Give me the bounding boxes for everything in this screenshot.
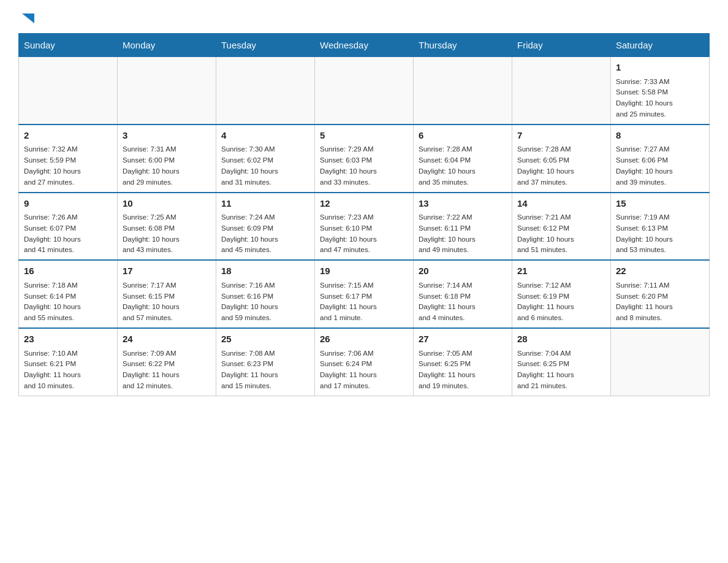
page-header <box>18 12 710 27</box>
calendar-day-cell: 12Sunrise: 7:23 AM Sunset: 6:10 PM Dayli… <box>315 193 414 261</box>
day-info: Sunrise: 7:29 AM Sunset: 6:03 PM Dayligh… <box>320 144 408 188</box>
day-number: 3 <box>123 129 211 143</box>
day-number: 16 <box>24 264 112 278</box>
calendar-day-cell: 1Sunrise: 7:33 AM Sunset: 5:58 PM Daylig… <box>611 57 710 124</box>
day-info: Sunrise: 7:31 AM Sunset: 6:00 PM Dayligh… <box>123 144 211 188</box>
day-number: 12 <box>320 197 408 211</box>
calendar-day-cell <box>19 57 118 124</box>
day-number: 8 <box>616 129 704 143</box>
day-number: 10 <box>123 197 211 211</box>
calendar-day-cell: 26Sunrise: 7:06 AM Sunset: 6:24 PM Dayli… <box>315 328 414 396</box>
day-info: Sunrise: 7:22 AM Sunset: 6:11 PM Dayligh… <box>419 212 507 256</box>
day-number: 19 <box>320 264 408 278</box>
calendar-day-cell: 18Sunrise: 7:16 AM Sunset: 6:16 PM Dayli… <box>216 260 315 328</box>
calendar-day-cell: 21Sunrise: 7:12 AM Sunset: 6:19 PM Dayli… <box>512 260 611 328</box>
day-number: 1 <box>616 61 704 75</box>
day-number: 20 <box>419 264 507 278</box>
calendar-day-cell <box>315 57 414 124</box>
calendar-day-cell: 13Sunrise: 7:22 AM Sunset: 6:11 PM Dayli… <box>414 193 512 261</box>
day-number: 15 <box>616 197 704 211</box>
day-number: 13 <box>419 197 507 211</box>
day-info: Sunrise: 7:30 AM Sunset: 6:02 PM Dayligh… <box>221 144 309 188</box>
day-info: Sunrise: 7:28 AM Sunset: 6:05 PM Dayligh… <box>517 144 605 188</box>
weekday-header-saturday: Saturday <box>611 34 710 57</box>
day-info: Sunrise: 7:10 AM Sunset: 6:21 PM Dayligh… <box>24 348 112 392</box>
day-number: 7 <box>517 129 605 143</box>
calendar-week-row: 16Sunrise: 7:18 AM Sunset: 6:14 PM Dayli… <box>19 260 710 328</box>
day-info: Sunrise: 7:33 AM Sunset: 5:58 PM Dayligh… <box>616 77 704 120</box>
day-info: Sunrise: 7:08 AM Sunset: 6:23 PM Dayligh… <box>221 348 309 392</box>
logo <box>18 12 37 27</box>
calendar-day-cell: 25Sunrise: 7:08 AM Sunset: 6:23 PM Dayli… <box>216 328 315 396</box>
day-info: Sunrise: 7:27 AM Sunset: 6:06 PM Dayligh… <box>616 144 704 188</box>
day-number: 17 <box>123 264 211 278</box>
calendar-day-cell: 27Sunrise: 7:05 AM Sunset: 6:25 PM Dayli… <box>414 328 512 396</box>
calendar-day-cell <box>118 57 216 124</box>
weekday-header-thursday: Thursday <box>414 34 512 57</box>
calendar-day-cell: 14Sunrise: 7:21 AM Sunset: 6:12 PM Dayli… <box>512 193 611 261</box>
calendar-day-cell <box>512 57 611 124</box>
calendar-week-row: 1Sunrise: 7:33 AM Sunset: 5:58 PM Daylig… <box>19 57 710 124</box>
weekday-header-monday: Monday <box>118 34 216 57</box>
day-number: 21 <box>517 264 605 278</box>
calendar-day-cell <box>414 57 512 124</box>
calendar-day-cell <box>611 328 710 396</box>
calendar-day-cell: 9Sunrise: 7:26 AM Sunset: 6:07 PM Daylig… <box>19 193 118 261</box>
calendar-day-cell: 3Sunrise: 7:31 AM Sunset: 6:00 PM Daylig… <box>118 124 216 193</box>
day-info: Sunrise: 7:11 AM Sunset: 6:20 PM Dayligh… <box>616 280 704 324</box>
weekday-header-friday: Friday <box>512 34 611 57</box>
day-info: Sunrise: 7:09 AM Sunset: 6:22 PM Dayligh… <box>123 348 211 392</box>
day-info: Sunrise: 7:17 AM Sunset: 6:15 PM Dayligh… <box>123 280 211 324</box>
day-number: 23 <box>24 332 112 347</box>
weekday-header-wednesday: Wednesday <box>315 34 414 57</box>
day-number: 9 <box>24 197 112 211</box>
calendar-day-cell: 4Sunrise: 7:30 AM Sunset: 6:02 PM Daylig… <box>216 124 315 193</box>
calendar-day-cell: 11Sunrise: 7:24 AM Sunset: 6:09 PM Dayli… <box>216 193 315 261</box>
calendar-day-cell: 8Sunrise: 7:27 AM Sunset: 6:06 PM Daylig… <box>611 124 710 193</box>
calendar-day-cell: 5Sunrise: 7:29 AM Sunset: 6:03 PM Daylig… <box>315 124 414 193</box>
calendar-day-cell: 20Sunrise: 7:14 AM Sunset: 6:18 PM Dayli… <box>414 260 512 328</box>
calendar-week-row: 2Sunrise: 7:32 AM Sunset: 5:59 PM Daylig… <box>19 124 710 193</box>
day-number: 5 <box>320 129 408 143</box>
day-info: Sunrise: 7:14 AM Sunset: 6:18 PM Dayligh… <box>419 280 507 324</box>
calendar-day-cell: 19Sunrise: 7:15 AM Sunset: 6:17 PM Dayli… <box>315 260 414 328</box>
day-number: 18 <box>221 264 309 278</box>
weekday-header-sunday: Sunday <box>19 34 118 57</box>
calendar-day-cell: 2Sunrise: 7:32 AM Sunset: 5:59 PM Daylig… <box>19 124 118 193</box>
day-number: 14 <box>517 197 605 211</box>
day-info: Sunrise: 7:19 AM Sunset: 6:13 PM Dayligh… <box>616 212 704 256</box>
day-info: Sunrise: 7:05 AM Sunset: 6:25 PM Dayligh… <box>419 348 507 392</box>
day-info: Sunrise: 7:24 AM Sunset: 6:09 PM Dayligh… <box>221 212 309 256</box>
day-info: Sunrise: 7:23 AM Sunset: 6:10 PM Dayligh… <box>320 212 408 256</box>
day-info: Sunrise: 7:15 AM Sunset: 6:17 PM Dayligh… <box>320 280 408 324</box>
day-info: Sunrise: 7:25 AM Sunset: 6:08 PM Dayligh… <box>123 212 211 256</box>
svg-marker-0 <box>22 13 34 23</box>
day-number: 22 <box>616 264 704 278</box>
day-info: Sunrise: 7:18 AM Sunset: 6:14 PM Dayligh… <box>24 280 112 324</box>
day-number: 24 <box>123 332 211 347</box>
day-number: 25 <box>221 332 309 347</box>
calendar-table: SundayMondayTuesdayWednesdayThursdayFrid… <box>18 33 710 396</box>
day-info: Sunrise: 7:12 AM Sunset: 6:19 PM Dayligh… <box>517 280 605 324</box>
calendar-day-cell: 28Sunrise: 7:04 AM Sunset: 6:25 PM Dayli… <box>512 328 611 396</box>
logo-triangle-icon <box>20 10 37 27</box>
calendar-week-row: 23Sunrise: 7:10 AM Sunset: 6:21 PM Dayli… <box>19 328 710 396</box>
day-info: Sunrise: 7:21 AM Sunset: 6:12 PM Dayligh… <box>517 212 605 256</box>
day-number: 4 <box>221 129 309 143</box>
weekday-header-tuesday: Tuesday <box>216 34 315 57</box>
weekday-header-row: SundayMondayTuesdayWednesdayThursdayFrid… <box>19 34 710 57</box>
day-number: 6 <box>419 129 507 143</box>
calendar-day-cell <box>216 57 315 124</box>
day-number: 27 <box>419 332 507 347</box>
day-info: Sunrise: 7:16 AM Sunset: 6:16 PM Dayligh… <box>221 280 309 324</box>
day-number: 28 <box>517 332 605 347</box>
day-number: 2 <box>24 129 112 143</box>
calendar-day-cell: 6Sunrise: 7:28 AM Sunset: 6:04 PM Daylig… <box>414 124 512 193</box>
calendar-day-cell: 22Sunrise: 7:11 AM Sunset: 6:20 PM Dayli… <box>611 260 710 328</box>
calendar-week-row: 9Sunrise: 7:26 AM Sunset: 6:07 PM Daylig… <box>19 193 710 261</box>
day-number: 26 <box>320 332 408 347</box>
calendar-day-cell: 23Sunrise: 7:10 AM Sunset: 6:21 PM Dayli… <box>19 328 118 396</box>
day-info: Sunrise: 7:26 AM Sunset: 6:07 PM Dayligh… <box>24 212 112 256</box>
day-info: Sunrise: 7:04 AM Sunset: 6:25 PM Dayligh… <box>517 348 605 392</box>
calendar-day-cell: 17Sunrise: 7:17 AM Sunset: 6:15 PM Dayli… <box>118 260 216 328</box>
